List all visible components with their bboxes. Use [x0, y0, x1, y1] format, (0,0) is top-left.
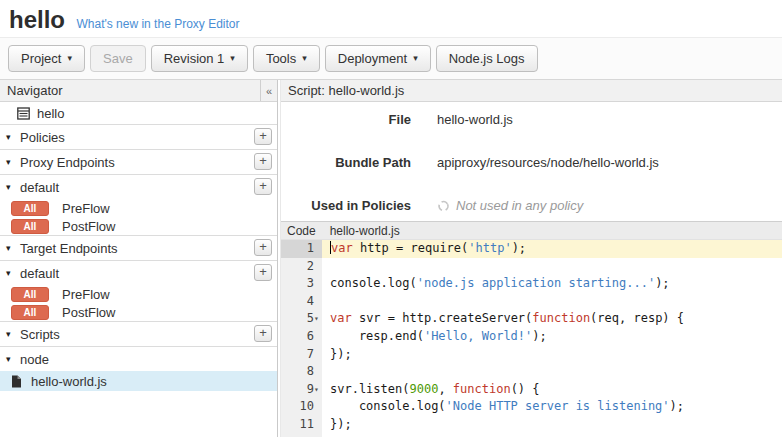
code-line[interactable]: });: [322, 346, 782, 364]
tree-section-target-endpoints[interactable]: ▾Target Endpoints+: [0, 235, 277, 260]
tree-section-policies[interactable]: ▾Policies+: [0, 124, 277, 149]
page-header: hello What's new in the Proxy Editor: [0, 0, 782, 38]
add-button[interactable]: +: [254, 325, 272, 342]
code-line[interactable]: [322, 293, 782, 311]
main-split: Navigator « hello▾Policies+▾Proxy Endpoi…: [0, 80, 782, 437]
token-string: 'http': [468, 241, 511, 255]
token-keyword: function: [453, 382, 511, 396]
tree-item-preflow[interactable]: AllPreFlow: [0, 199, 277, 217]
code-line[interactable]: console.log('Node HTTP server is listeni…: [322, 398, 782, 416]
all-badge: All: [11, 305, 49, 320]
code-line[interactable]: resp.end('Hello, World!');: [322, 328, 782, 346]
chevron-down-icon: ▾: [6, 268, 19, 278]
editor-code-pane[interactable]: var http = require('http'); console.log(…: [322, 240, 782, 437]
detail-value: apiproxy/resources/node/hello-world.js: [437, 155, 659, 170]
navigator-tree: hello▾Policies+▾Proxy Endpoints+▾default…: [0, 102, 277, 437]
token-plain: ,: [438, 382, 452, 396]
tools-dropdown[interactable]: Tools ▾: [253, 45, 320, 72]
fold-toggle-icon[interactable]: ▾: [314, 310, 322, 328]
tree-section-label: Policies: [20, 130, 65, 145]
token-string: 'node.js application starting...': [417, 276, 655, 290]
token-keyword: var: [330, 311, 352, 325]
token-plain: resp.end(: [330, 329, 424, 343]
tree-section-proxy-endpoints[interactable]: ▾Proxy Endpoints+: [0, 149, 277, 174]
whats-new-link[interactable]: What's new in the Proxy Editor: [76, 17, 239, 31]
token-string: 'Node HTTP server is listening': [446, 399, 670, 413]
script-panel-title: Script: hello-world.js: [288, 83, 404, 98]
code-filename-tab[interactable]: hello-world.js: [330, 224, 400, 238]
code-line[interactable]: var svr = http.createServer(function(req…: [322, 310, 782, 328]
line-number: 6: [281, 328, 322, 346]
code-line[interactable]: console.log('node.js application startin…: [322, 275, 782, 293]
token-plain: });: [330, 347, 352, 361]
add-button[interactable]: +: [254, 178, 272, 195]
tree-item-preflow[interactable]: AllPreFlow: [0, 285, 277, 303]
tree-section-scripts[interactable]: ▾Scripts+: [0, 321, 277, 346]
navigator-title: Navigator: [7, 83, 63, 98]
line-number: 11: [281, 416, 322, 434]
detail-value-text: Not used in any policy: [456, 198, 583, 213]
token-plain: console.log(: [330, 399, 446, 413]
token-keyword: function: [532, 311, 590, 325]
tree-item-postflow[interactable]: AllPostFlow: [0, 217, 277, 235]
token-keyword: var: [331, 241, 353, 255]
token-string: 'Hello, World!': [424, 329, 532, 343]
line-number: 3: [281, 275, 322, 293]
tree-item-hello[interactable]: hello: [0, 102, 277, 124]
code-editor[interactable]: 12345▾6789▾1011 var http = require('http…: [281, 240, 782, 437]
broken-link-icon: [437, 199, 450, 212]
code-line[interactable]: [322, 258, 782, 276]
tree-item-postflow[interactable]: AllPostFlow: [0, 303, 277, 321]
tree-section-label: Scripts: [20, 327, 60, 342]
chevron-down-icon: ▾: [6, 157, 19, 167]
save-button-label: Save: [103, 51, 133, 66]
flow-label: PreFlow: [62, 287, 110, 302]
deployment-dropdown[interactable]: Deployment ▾: [325, 45, 431, 72]
flow-label: PostFlow: [62, 305, 115, 320]
token-plain: );: [532, 329, 546, 343]
add-button[interactable]: +: [254, 264, 272, 281]
line-number: 4: [281, 293, 322, 311]
tree-section-label: node: [20, 352, 49, 367]
deployment-dropdown-label: Deployment: [338, 51, 407, 66]
code-line[interactable]: svr.listen(9000, function() {: [322, 381, 782, 399]
caret-down-icon: ▾: [302, 54, 307, 63]
detail-value: hello-world.js: [437, 112, 513, 127]
all-badge: All: [11, 201, 49, 216]
tree-section-default[interactable]: ▾default+: [0, 174, 277, 199]
page-title: hello: [9, 6, 65, 34]
add-button[interactable]: +: [254, 128, 272, 145]
code-line[interactable]: var http = require('http');: [322, 240, 782, 258]
token-plain: () {: [511, 382, 540, 396]
tree-section-label: default: [20, 266, 59, 281]
save-button[interactable]: Save: [90, 45, 146, 72]
add-button[interactable]: +: [254, 239, 272, 256]
code-bar-label: Code: [281, 224, 316, 238]
fold-toggle-icon[interactable]: ▾: [314, 381, 322, 399]
nodejs-logs-button[interactable]: Node.js Logs: [436, 45, 538, 72]
detail-row-file: Filehello-world.js: [281, 112, 782, 126]
proxy-doc-icon: [17, 107, 30, 120]
token-plain: );: [655, 276, 669, 290]
caret-down-icon: ▾: [230, 54, 235, 63]
line-number: 1: [281, 240, 322, 258]
token-plain: console.log(: [330, 276, 417, 290]
token-plain: svr = http.createServer(: [352, 311, 533, 325]
project-dropdown[interactable]: Project ▾: [8, 45, 85, 72]
tree-section-default[interactable]: ▾default+: [0, 260, 277, 285]
token-plain: (req, resp) {: [590, 311, 684, 325]
chevron-down-icon: ▾: [6, 354, 19, 364]
code-line[interactable]: [322, 363, 782, 381]
tree-item-hello-world-js[interactable]: hello-world.js: [0, 371, 277, 391]
revision-dropdown[interactable]: Revision 1 ▾: [151, 45, 248, 72]
line-number: 2: [281, 258, 322, 276]
add-button[interactable]: +: [254, 153, 272, 170]
detail-row-bundle-path: Bundle Pathapiproxy/resources/node/hello…: [281, 155, 782, 169]
tree-item-label: hello-world.js: [31, 374, 107, 389]
tree-section-node[interactable]: ▾node: [0, 346, 277, 371]
code-line[interactable]: });: [322, 416, 782, 434]
tree-item-label: hello: [37, 106, 64, 121]
detail-value: Not used in any policy: [437, 198, 583, 213]
collapse-sidebar-button[interactable]: «: [260, 80, 277, 101]
caret-down-icon: ▾: [67, 54, 72, 63]
